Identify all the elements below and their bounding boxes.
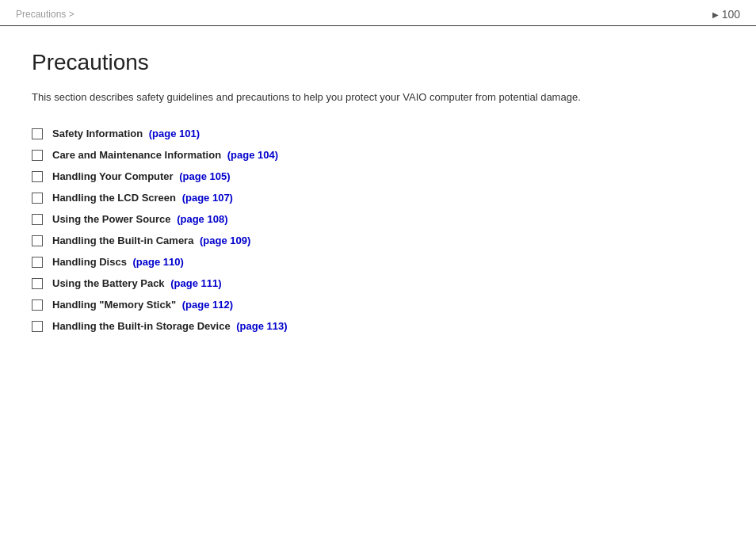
toc-item-link[interactable]: (page 111) xyxy=(170,277,221,289)
toc-checkbox-icon xyxy=(32,235,43,246)
toc-checkbox-icon xyxy=(32,171,43,182)
toc-item: Handling Your Computer (page 105) xyxy=(32,170,724,182)
toc-item-label: Care and Maintenance Information (page 1… xyxy=(52,149,278,161)
breadcrumb: Precautions > xyxy=(16,9,74,20)
toc-item-label: Using the Battery Pack (page 111) xyxy=(52,277,222,289)
toc-checkbox-icon xyxy=(32,150,43,161)
toc-item-link[interactable]: (page 112) xyxy=(182,299,233,311)
page-title: Precautions xyxy=(32,50,724,75)
toc-item: Handling the Built-in Camera (page 109) xyxy=(32,235,724,246)
toc-item: Handling the Built-in Storage Device (pa… xyxy=(32,320,724,332)
main-content: Precautions This section describes safet… xyxy=(0,26,756,365)
toc-item-link[interactable]: (page 113) xyxy=(236,320,287,332)
toc-item-link[interactable]: (page 109) xyxy=(200,235,250,246)
toc-item-label: Safety Information (page 101) xyxy=(52,128,200,139)
intro-text: This section describes safety guidelines… xyxy=(32,90,724,105)
toc-item: Care and Maintenance Information (page 1… xyxy=(32,149,724,161)
toc-item-label: Using the Power Source (page 108) xyxy=(52,213,227,225)
toc-item-link[interactable]: (page 110) xyxy=(133,256,184,268)
toc-item-link[interactable]: (page 104) xyxy=(227,149,278,161)
toc-item-label: Handling Discs (page 110) xyxy=(52,256,184,268)
toc-item-label: Handling the LCD Screen (page 107) xyxy=(52,192,233,204)
toc-item-label: Handling the Built-in Storage Device (pa… xyxy=(52,320,288,332)
toc-item: Using the Battery Pack (page 111) xyxy=(32,277,724,289)
header-bar: Precautions > 100 xyxy=(0,0,756,26)
toc-item-label: Handling Your Computer (page 105) xyxy=(52,170,231,182)
toc-item: Handling the LCD Screen (page 107) xyxy=(32,192,724,204)
toc-checkbox-icon xyxy=(32,193,43,204)
toc-checkbox-icon xyxy=(32,257,43,268)
toc-item: Using the Power Source (page 108) xyxy=(32,213,724,225)
toc-item-link[interactable]: (page 107) xyxy=(182,192,233,204)
toc-item-link[interactable]: (page 108) xyxy=(177,213,227,225)
toc-item: Handling "Memory Stick" (page 112) xyxy=(32,299,724,311)
toc-checkbox-icon xyxy=(32,299,43,311)
toc-checkbox-icon xyxy=(32,278,43,289)
toc-item: Handling Discs (page 110) xyxy=(32,256,724,268)
toc-checkbox-icon xyxy=(32,128,43,139)
toc-item: Safety Information (page 101) xyxy=(32,128,724,139)
toc-checkbox-icon xyxy=(32,321,43,332)
toc-item-link[interactable]: (page 101) xyxy=(149,128,200,139)
page-number: 100 xyxy=(712,8,740,21)
toc-item-label: Handling "Memory Stick" (page 112) xyxy=(52,299,233,311)
toc-item-link[interactable]: (page 105) xyxy=(179,170,230,182)
toc-item-label: Handling the Built-in Camera (page 109) xyxy=(52,235,250,246)
toc-list: Safety Information (page 101)Care and Ma… xyxy=(32,128,724,332)
toc-checkbox-icon xyxy=(32,214,43,225)
